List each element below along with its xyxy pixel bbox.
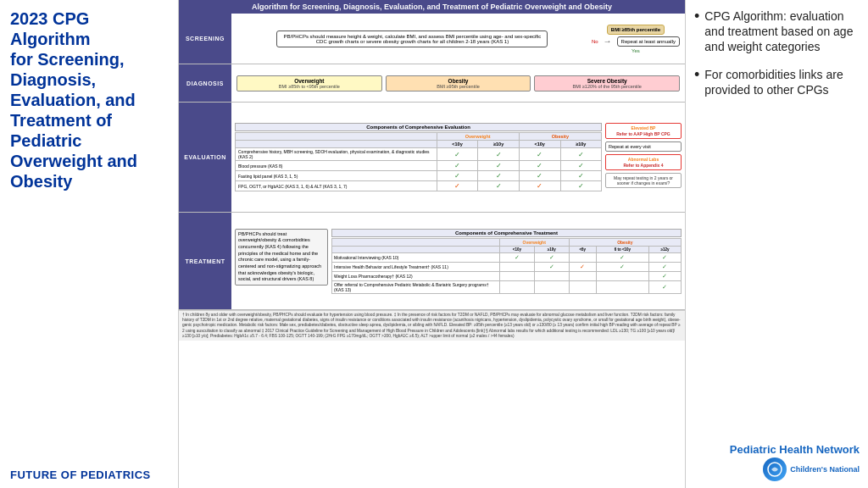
- screening-box: PB/PHCPs should measure height & weight,…: [276, 30, 548, 47]
- evaluation-section: EVALUATION Components of Comprehensive E…: [179, 103, 685, 213]
- bullet-text-1: CPG Algorithm: evaluation and treatment …: [704, 8, 860, 55]
- diag-overweight: Overweight BMI ≥85th to <95th percentile: [236, 75, 382, 92]
- table-row: Blood pressure (KAS 8) ✓ ✓ ✓ ✓: [236, 161, 602, 171]
- table-row: Intensive Health Behavior and Lifestyle …: [332, 262, 682, 271]
- diagnosis-table: Overweight BMI ≥85th to <95th percentile…: [236, 75, 680, 92]
- diag-obesity: Obesity BMI ≥95th percentile: [386, 75, 531, 92]
- right-bullets: • CPG Algorithm: evaluation and treatmen…: [694, 8, 860, 443]
- table-row: Weight Loss Pharmacotherapy† (KAS 12) ✓: [332, 271, 682, 280]
- treat-text-box: PB/PHCPs should treat overweight/obesity…: [235, 229, 328, 286]
- diagnosis-label: DIAGNOSIS: [179, 64, 231, 102]
- table-row: Offer referral to Comprehensive Pediatri…: [332, 280, 682, 293]
- bullet-item-1: • CPG Algorithm: evaluation and treatmen…: [694, 8, 860, 55]
- diag-severe-obesity: Severe Obesity BMI ≥120% of the 95th per…: [534, 75, 680, 92]
- abnormal-labs-box: Abnormal Labs Refer to Appendix 4: [605, 154, 682, 170]
- phn-logo-image: Children's National: [763, 458, 860, 481]
- children-national-label: Children's National: [790, 465, 860, 474]
- phn-circle-icon: [763, 458, 787, 481]
- phn-svg-icon: [767, 462, 782, 477]
- left-panel: 2023 CPG Algorithm for Screening, Diagno…: [0, 0, 178, 488]
- right-panel: • CPG Algorithm: evaluation and treatmen…: [686, 0, 868, 488]
- comp-eval-title: Components of Comprehensive Evaluation: [235, 123, 602, 131]
- may-repeat-box: May repeat testing in 2 years or sooner …: [605, 173, 682, 188]
- treatment-content: PB/PHCPs should treat overweight/obesity…: [231, 213, 685, 309]
- bmi-badge: BMI ≥85th percentile: [607, 25, 665, 35]
- table-row: FPG, OGTT, or HgbA1C (KAS 3, 1, 6) & ALT…: [236, 181, 602, 191]
- bullet-dot-2: •: [694, 67, 699, 82]
- evaluation-label: EVALUATION: [179, 103, 231, 212]
- footnotes-area: † In children 8y and older with overweig…: [179, 310, 685, 341]
- bullet-item-2: • For comorbidities links are provided t…: [694, 67, 860, 97]
- repeat-box: Repeat at least annually: [617, 36, 680, 47]
- screening-label: SCREENING: [179, 14, 231, 64]
- diagnosis-content: Overweight BMI ≥85th to <95th percentile…: [231, 64, 685, 102]
- treat-left: PB/PHCPs should treat overweight/obesity…: [235, 229, 328, 294]
- treatment-section: TREATMENT PB/PHCPs should treat overweig…: [179, 213, 685, 310]
- evaluation-content: Components of Comprehensive Evaluation O…: [231, 103, 685, 212]
- treatment-label: TREATMENT: [179, 213, 231, 309]
- bullet-text-2: For comorbidities links are provided to …: [704, 67, 860, 97]
- table-row: Fasting lipid panel (KAS 3, 1, 5) ✓ ✓ ✓ …: [236, 171, 602, 181]
- algo-body: SCREENING PB/PHCPs should measure height…: [179, 14, 685, 488]
- center-panel: Algorithm for Screening, Diagnosis, Eval…: [178, 0, 686, 488]
- refer-aap-box: Elevated BP Refer to AAP High BP CPG: [605, 123, 682, 139]
- repeat-visit-box: Repeat at every visit: [605, 141, 682, 152]
- arrow-icon: →: [604, 36, 612, 46]
- eval-section: Components of Comprehensive Evaluation O…: [235, 123, 682, 191]
- phn-logo-title: Pediatric Health Network: [730, 443, 860, 456]
- treat-table: Overweight Obesity <10y ≥10y <6y 6 to <1…: [331, 238, 682, 294]
- algo-header: Algorithm for Screening, Diagnosis, Eval…: [179, 0, 685, 14]
- bullet-dot-1: •: [694, 8, 699, 24]
- table-row: Comprehensive history, MBH screening, SD…: [236, 148, 602, 161]
- treat-section-inner: PB/PHCPs should treat overweight/obesity…: [235, 229, 682, 294]
- eval-right: Elevated BP Refer to AAP High BP CPG Rep…: [605, 123, 682, 191]
- treat-right: Components of Comprehensive Treatment Ov…: [331, 229, 682, 294]
- screening-section: SCREENING PB/PHCPs should measure height…: [179, 14, 685, 64]
- screening-content: PB/PHCPs should measure height & weight,…: [231, 14, 685, 64]
- page-title: 2023 CPG Algorithm for Screening, Diagno…: [10, 8, 168, 191]
- phn-logo: Pediatric Health Network Children's Nati…: [694, 443, 860, 481]
- comp-treat-title: Components of Comprehensive Treatment: [331, 229, 682, 237]
- diagnosis-section: DIAGNOSIS Overweight BMI ≥85th to <95th …: [179, 64, 685, 103]
- eval-left: Components of Comprehensive Evaluation O…: [235, 123, 602, 191]
- eval-table: Overweight Obesity <10y ≥10y <10y ≥10y: [235, 132, 602, 191]
- table-row: Motivational Interviewing (KAS 10) ✓ ✓ ✓…: [332, 252, 682, 262]
- footer-text: FUTURE OF PEDIATRICS: [10, 469, 168, 481]
